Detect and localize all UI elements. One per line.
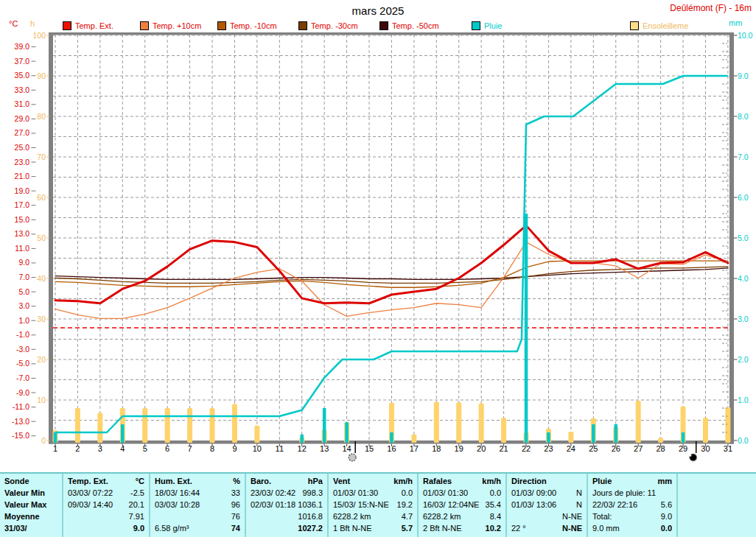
table-row: Total:9.0 bbox=[588, 510, 676, 522]
cell-value: % bbox=[233, 475, 240, 487]
table-row: Ventkm/h bbox=[329, 475, 417, 487]
table-row: 01/03/ 13:06N bbox=[507, 499, 587, 510]
cell-value: 8.4 bbox=[490, 510, 501, 522]
cell-text: Rafales bbox=[423, 475, 452, 487]
table-row: 9.0 mm0.0 bbox=[588, 522, 676, 534]
table-row: Valeur Min bbox=[0, 487, 62, 499]
table-row: Pluiemm bbox=[588, 475, 676, 487]
table-row: N-NE bbox=[507, 510, 587, 522]
svg-text:1.0: 1.0 bbox=[738, 396, 749, 404]
table-row: Sonde bbox=[0, 475, 62, 487]
svg-text:70: 70 bbox=[37, 152, 46, 161]
table-row: 03/03/ 10:2896 bbox=[150, 499, 245, 510]
table-row: 23/03/ 02:42998.3 bbox=[246, 487, 327, 499]
table-row: Baro.hPa bbox=[246, 475, 327, 487]
cell-value: 76 bbox=[231, 510, 240, 522]
svg-text:33.0: 33.0 bbox=[15, 85, 30, 94]
cell-value: -2.5 bbox=[130, 487, 144, 499]
svg-text:20: 20 bbox=[37, 355, 46, 364]
cell-text: 15/03/ 15:N-NE bbox=[333, 499, 389, 510]
table-row: Moyenne bbox=[0, 510, 62, 522]
cell-value: N bbox=[576, 499, 582, 510]
svg-text:1.0: 1.0 bbox=[18, 316, 29, 325]
cell-text: 1 Bft N-NE bbox=[333, 522, 372, 534]
cell-value: 4.7 bbox=[402, 510, 413, 522]
table-row: Jours de pluie: 11 bbox=[588, 487, 676, 499]
table-row: Valeur Max bbox=[0, 499, 62, 510]
table-row: 7.91 bbox=[63, 510, 149, 522]
svg-text:80: 80 bbox=[37, 112, 46, 121]
svg-text:5.0: 5.0 bbox=[738, 234, 749, 242]
cell-value: 1027.2 bbox=[298, 522, 323, 534]
svg-text:-13.0: -13.0 bbox=[12, 417, 29, 426]
svg-text:10: 10 bbox=[37, 396, 46, 404]
svg-text:-1.0: -1.0 bbox=[16, 330, 29, 339]
table-col-pluie: PluiemmJours de pluie: 1122/03/ 22:165.6… bbox=[588, 474, 678, 537]
table-row: 02/03/ 01:181036.1 bbox=[246, 499, 327, 510]
table-row: 1027.2 bbox=[246, 522, 327, 534]
cell-value: 1036.1 bbox=[298, 499, 323, 510]
table-col-temp-ext: Temp. Ext.°C03/03/ 07:22-2.509/03/ 14:40… bbox=[63, 474, 150, 537]
svg-text:15.0: 15.0 bbox=[15, 215, 30, 224]
cell-text: 03/03/ 07:22 bbox=[68, 487, 113, 499]
cell-value: mm bbox=[657, 475, 672, 487]
cell-text: Total: bbox=[592, 510, 612, 522]
svg-text:37.0: 37.0 bbox=[15, 57, 30, 66]
table-row: 22 °N-NE bbox=[507, 522, 587, 534]
table-row: 6228.2 km8.4 bbox=[419, 510, 505, 522]
cell-text: 03/03/ 10:28 bbox=[155, 499, 200, 510]
weather-chart: 39.037.035.033.031.029.027.025.023.021.0… bbox=[0, 0, 756, 472]
cell-text: 9.0 mm bbox=[592, 522, 620, 534]
new-moon-icon bbox=[690, 441, 697, 461]
cell-value: N bbox=[576, 487, 582, 499]
table-row: 9.0 bbox=[63, 522, 149, 534]
svg-text:39.0: 39.0 bbox=[15, 42, 30, 51]
svg-text:4.0: 4.0 bbox=[738, 274, 749, 283]
grid bbox=[53, 35, 729, 441]
table-row: Rafaleskm/h bbox=[419, 475, 505, 487]
svg-text:11.0: 11.0 bbox=[15, 244, 29, 253]
table-col-baro: Baro.hPa23/03/ 02:42998.302/03/ 01:18103… bbox=[246, 474, 329, 537]
cell-value: 0.0 bbox=[661, 522, 672, 534]
sunshine-axis-labels: 0102030405060708090100 bbox=[32, 31, 49, 445]
table-col-hum-ext: Hum. Ext.%18/03/ 16:443303/03/ 10:289676… bbox=[150, 474, 246, 537]
cell-text: Valeur Max bbox=[4, 499, 46, 510]
temp-axis-labels: 39.037.035.033.031.029.027.025.023.021.0… bbox=[12, 42, 35, 440]
cell-value: 7.91 bbox=[129, 510, 144, 522]
svg-text:-7.0: -7.0 bbox=[16, 373, 29, 382]
table-row: 31/03/ bbox=[0, 522, 62, 534]
svg-text:30: 30 bbox=[37, 315, 46, 323]
svg-text:7.0: 7.0 bbox=[738, 152, 749, 161]
statistics-table: SondeValeur MinValeur MaxMoyenne31/03/Te… bbox=[0, 472, 756, 537]
cell-text: Jours de pluie: 11 bbox=[592, 487, 656, 499]
cell-text: 16/03/ 12:04NE bbox=[423, 499, 479, 510]
svg-text:19.0: 19.0 bbox=[15, 186, 30, 195]
table-row: 2 Bft N-NE10.2 bbox=[419, 522, 505, 534]
table-row: 16/03/ 12:04NE35.4 bbox=[419, 499, 505, 510]
cell-value: 20.1 bbox=[129, 499, 144, 510]
svg-text:29.0: 29.0 bbox=[15, 114, 30, 123]
svg-text:-15.0: -15.0 bbox=[12, 431, 29, 440]
table-row: Temp. Ext.°C bbox=[63, 475, 149, 487]
cell-value: km/h bbox=[393, 475, 413, 487]
svg-text:40: 40 bbox=[37, 274, 46, 283]
svg-text:13.0: 13.0 bbox=[15, 229, 30, 238]
svg-text:31.0: 31.0 bbox=[15, 99, 30, 108]
cell-text: 22 ° bbox=[511, 522, 526, 534]
svg-text:8.0: 8.0 bbox=[738, 112, 749, 121]
cell-value: 5.6 bbox=[661, 499, 672, 510]
table-row: 09/03/ 14:4020.1 bbox=[63, 499, 149, 510]
cell-value: 9.0 bbox=[661, 510, 672, 522]
table-row: Hum. Ext.% bbox=[150, 475, 245, 487]
svg-text:23.0: 23.0 bbox=[15, 158, 30, 166]
table-row: Direction bbox=[507, 475, 587, 487]
cell-text: 2 Bft N-NE bbox=[423, 522, 462, 534]
table-row: 15/03/ 15:N-NE19.2 bbox=[329, 499, 417, 510]
svg-text:90: 90 bbox=[37, 71, 46, 80]
table-row: 6228.2 km4.7 bbox=[329, 510, 417, 522]
table-col-filler bbox=[678, 474, 756, 537]
cell-value: N-NE bbox=[562, 522, 582, 534]
cell-text: 02/03/ 01:18 bbox=[251, 499, 295, 510]
svg-text:60: 60 bbox=[37, 193, 46, 202]
table-row: 01/03/ 01:300.0 bbox=[419, 487, 505, 499]
